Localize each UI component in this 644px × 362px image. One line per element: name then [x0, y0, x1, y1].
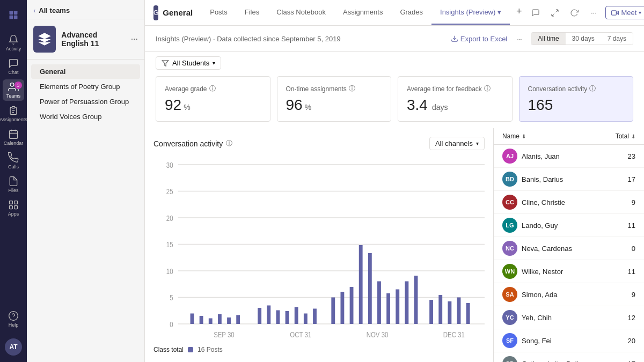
- svg-rect-5: [12, 107, 15, 108]
- table-header: Name ⬇ Total ⬇: [494, 128, 644, 145]
- chat-action-button[interactable]: [528, 5, 543, 20]
- student-name: Banis, Darius: [522, 175, 619, 183]
- table-row[interactable]: BD Banis, Darius 17: [494, 168, 644, 191]
- svg-rect-1: [14, 11, 18, 15]
- table-row[interactable]: CC Cline, Christie 9: [494, 191, 644, 214]
- channel-voices[interactable]: World Voices Group: [31, 109, 140, 124]
- user-avatar[interactable]: AT: [5, 338, 22, 356]
- back-button[interactable]: ‹: [33, 6, 35, 14]
- panel-header: ‹ All teams: [27, 0, 144, 19]
- insights-more-button[interactable]: ···: [511, 31, 526, 46]
- table-row[interactable]: SF Song, Fei 20: [494, 329, 644, 352]
- time-tabs: All time 30 days 7 days: [531, 32, 633, 45]
- legend-title: Class total: [153, 346, 184, 353]
- student-name: Lando, Guy: [522, 221, 619, 230]
- tab-posts[interactable]: Posts: [201, 1, 236, 25]
- insights-actions: Export to Excel ··· All time 30 days 7 d…: [451, 31, 633, 46]
- tab-assignments[interactable]: Assignments: [334, 1, 391, 25]
- svg-rect-45: [286, 311, 289, 324]
- expand-action-button[interactable]: [547, 5, 562, 20]
- svg-text:5: 5: [170, 293, 173, 302]
- content-split: Conversation activity ⓘ All channels ▾: [145, 128, 644, 362]
- svg-rect-41: [236, 315, 240, 324]
- sidebar-item-apps[interactable]: Apps: [3, 197, 24, 219]
- tab-add[interactable]: +: [510, 1, 529, 25]
- sidebar-item-chat[interactable]: Chat: [3, 56, 24, 77]
- svg-rect-62: [457, 298, 461, 324]
- student-total: 11: [619, 268, 635, 276]
- svg-text:30: 30: [166, 160, 173, 169]
- student-total: 9: [619, 291, 635, 299]
- channel-filter[interactable]: All channels ▾: [429, 137, 485, 150]
- student-name: Yeh, Chih: [522, 314, 619, 322]
- topbar: G General Posts Files Class Notebook Ass…: [145, 0, 644, 26]
- info-icon-feedback[interactable]: ⓘ: [484, 84, 491, 93]
- app-logo: [3, 4, 24, 26]
- tab-insights[interactable]: Insights (Preview) ▾: [431, 1, 510, 25]
- sidebar-item-files[interactable]: Files: [3, 174, 24, 195]
- sidebar-item-activity[interactable]: Activity: [3, 32, 24, 54]
- info-icon-grade[interactable]: ⓘ: [209, 84, 216, 93]
- tab-files[interactable]: Files: [236, 1, 268, 25]
- tab-actions: ··· Meet ▾: [528, 5, 644, 20]
- svg-text:10: 10: [166, 267, 173, 276]
- table-row[interactable]: SA Simon, Ada 9: [494, 283, 644, 306]
- insights-subtitle: Insights (Preview) · Data collected sinc…: [156, 35, 341, 43]
- table-row[interactable]: NC Neva, Cardenas 0: [494, 237, 644, 260]
- more-action-button[interactable]: ···: [586, 5, 601, 20]
- channel-title: General: [163, 8, 193, 17]
- tab-class-notebook[interactable]: Class Notebook: [268, 1, 334, 25]
- time-tab-30days[interactable]: 30 days: [566, 33, 601, 45]
- svg-text:DEC 31: DEC 31: [443, 330, 465, 339]
- svg-rect-37: [200, 316, 203, 324]
- table-row[interactable]: YC Yeh, Chih 12: [494, 306, 644, 329]
- channel-general[interactable]: General: [31, 64, 140, 79]
- info-icon-ontime[interactable]: ⓘ: [349, 84, 355, 93]
- student-total: 17: [619, 360, 635, 363]
- svg-rect-42: [258, 308, 261, 324]
- sidebar-item-calls[interactable]: Calls: [3, 150, 24, 172]
- class-more-button[interactable]: ···: [131, 34, 138, 44]
- export-button[interactable]: Export to Excel: [451, 35, 507, 43]
- tab-grades[interactable]: Grades: [391, 1, 431, 25]
- student-total: 23: [619, 152, 635, 160]
- sidebar-item-help[interactable]: Help: [3, 308, 24, 330]
- refresh-action-button[interactable]: [567, 5, 582, 20]
- student-name: Alanis, Juan: [522, 152, 619, 160]
- metric-label-conv: Conversation activity ⓘ: [528, 84, 625, 93]
- svg-rect-59: [429, 300, 433, 324]
- svg-rect-48: [313, 309, 317, 324]
- svg-text:OCT 31: OCT 31: [290, 330, 311, 339]
- chart-header: Conversation activity ⓘ All channels ▾: [153, 137, 485, 150]
- channel-poetry[interactable]: Elements of Poetry Group: [31, 79, 140, 94]
- time-tab-7days[interactable]: 7 days: [601, 33, 633, 45]
- chart-info-icon[interactable]: ⓘ: [226, 139, 232, 148]
- sort-name-icon[interactable]: ⬇: [522, 134, 526, 139]
- student-filter[interactable]: All Students ▾: [156, 56, 221, 70]
- sidebar-item-assignments[interactable]: Assignments: [3, 103, 24, 124]
- table-row[interactable]: WN Wilke, Nestor 11: [494, 260, 644, 283]
- time-tab-alltime[interactable]: All time: [531, 33, 565, 45]
- table-row[interactable]: GD Gutkauskaite, Daila 17: [494, 352, 644, 362]
- table-row[interactable]: AJ Alanis, Juan 23: [494, 145, 644, 168]
- sidebar-item-teams[interactable]: 3 Teams: [3, 79, 24, 101]
- svg-text:25: 25: [166, 187, 173, 196]
- svg-rect-0: [10, 11, 13, 15]
- channel-persuassion[interactable]: Power of Persuassion Group: [31, 94, 140, 109]
- student-table: Name ⬇ Total ⬇ AJ Alanis, Juan 23 BD Ban…: [494, 128, 644, 362]
- sidebar: Activity Chat 3 Teams Assignments Calend…: [0, 0, 27, 362]
- avatar: LG: [502, 218, 517, 233]
- svg-point-4: [10, 83, 14, 87]
- svg-rect-3: [14, 16, 18, 19]
- student-name: Neva, Cardenas: [522, 245, 619, 253]
- sort-total-icon[interactable]: ⬇: [631, 134, 635, 139]
- student-total: 0: [619, 245, 635, 253]
- sidebar-item-calendar[interactable]: Calendar: [3, 127, 24, 148]
- table-row[interactable]: LG Lando, Guy 11: [494, 214, 644, 237]
- legend-label: 16 Posts: [197, 346, 223, 353]
- svg-point-11: [9, 312, 18, 321]
- metric-value-ontime: 96%: [286, 97, 383, 114]
- info-icon-conv[interactable]: ⓘ: [589, 84, 596, 93]
- meet-button[interactable]: Meet ▾: [605, 6, 644, 19]
- svg-rect-10: [14, 206, 18, 209]
